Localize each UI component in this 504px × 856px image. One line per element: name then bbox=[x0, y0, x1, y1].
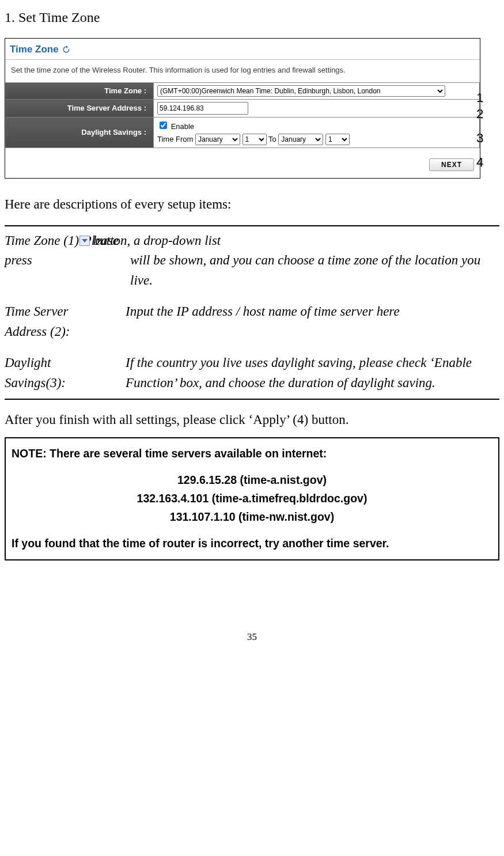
enable-label: Enable bbox=[171, 122, 194, 131]
month-from-select[interactable]: January bbox=[195, 134, 240, 145]
to-label: To bbox=[268, 135, 276, 143]
tz-desc-text: button, a drop-down list will be shown, … bbox=[79, 231, 499, 291]
daylight-label: Daylight Savings : bbox=[6, 118, 154, 148]
day-from-select[interactable]: 1 bbox=[242, 134, 267, 145]
callout-4: 4 bbox=[474, 153, 486, 172]
callout-2: 2 bbox=[474, 104, 486, 123]
router-screenshot: Time Zone Set the time zone of the Wirel… bbox=[5, 38, 480, 179]
time-server-label: Time Server Address : bbox=[6, 100, 154, 118]
panel-description: Set the time zone of the Wireless Router… bbox=[5, 65, 480, 83]
descriptions-block: Time Zone (1):Please press button, a dro… bbox=[5, 225, 499, 400]
time-server-input[interactable] bbox=[157, 102, 248, 115]
note-server-2: 132.163.4.101 (time-a.timefreq.bldrdoc.g… bbox=[12, 489, 492, 507]
day-to-select[interactable]: 1 bbox=[325, 134, 350, 145]
refresh-icon bbox=[62, 46, 70, 54]
panel-title: Time Zone bbox=[10, 42, 59, 57]
time-from-label: Time From bbox=[157, 135, 193, 143]
note-box: NOTE: There are several time servers ava… bbox=[5, 437, 499, 561]
month-to-select[interactable]: January bbox=[278, 134, 323, 145]
time-zone-label: Time Zone : bbox=[6, 83, 154, 100]
next-button[interactable]: NEXT bbox=[429, 158, 474, 171]
page-number: 35 bbox=[5, 630, 499, 645]
ts-desc-label: Time Server Address (2): bbox=[5, 302, 126, 342]
after-line: After you finish with all settings, plea… bbox=[5, 410, 499, 430]
note-footer: If you found that the time of router is … bbox=[12, 534, 492, 552]
settings-table: Time Zone : (GMT+00:00)Greenwich Mean Ti… bbox=[5, 82, 480, 148]
intro-line: Here are descriptions of every setup ite… bbox=[5, 195, 499, 215]
callout-3: 3 bbox=[474, 128, 486, 147]
note-server-1: 129.6.15.28 (time-a.nist.gov) bbox=[12, 471, 492, 489]
time-zone-select[interactable]: (GMT+00:00)Greenwich Mean Time: Dublin, … bbox=[157, 85, 445, 97]
enable-daylight-checkbox[interactable] bbox=[160, 122, 167, 129]
note-heading: NOTE: There are several time servers ava… bbox=[12, 444, 492, 463]
ds-desc-text: If the country you live uses daylight sa… bbox=[126, 353, 499, 393]
note-server-3: 131.107.1.10 (time-nw.nist.gov) bbox=[12, 507, 492, 526]
ds-desc-label: Daylight Savings(3): bbox=[5, 353, 126, 393]
ts-desc-text: Input the IP address / host name of time… bbox=[126, 302, 499, 342]
section-heading: 1. Set Time Zone bbox=[5, 7, 499, 28]
dropdown-icon bbox=[79, 236, 90, 246]
